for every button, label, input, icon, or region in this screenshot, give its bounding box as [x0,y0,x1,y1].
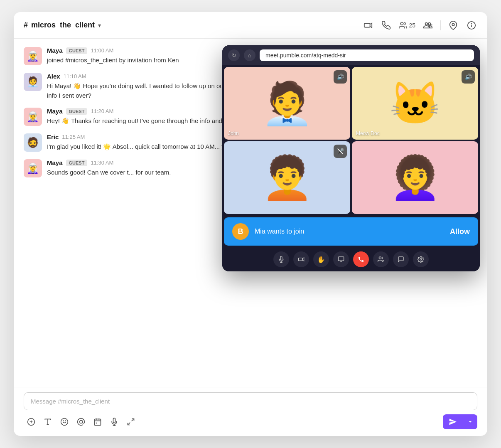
video-cell: 👩‍🦱 [352,141,478,214]
guest-badge: GUEST [66,108,88,115]
guest-badge: GUEST [66,47,88,54]
svg-point-2 [452,23,454,26]
svg-point-26 [379,257,381,259]
settings-button[interactable] [413,251,429,267]
calendar-button[interactable] [90,414,105,429]
sender-name: Eric [47,133,59,140]
add-button[interactable] [24,414,39,429]
end-call-button[interactable] [353,251,369,267]
add-member-button[interactable] [422,20,434,31]
svg-point-1 [401,22,404,25]
mute-button[interactable]: 🎤 [334,145,347,158]
home-button[interactable]: ⌂ [244,49,255,61]
toolbar [24,414,477,429]
svg-line-19 [132,419,134,421]
video-grid: 🧑‍💼 🔊 John 🐱 🔊 Meow Doc 🧑‍🦱 🎤 [222,65,480,216]
input-placeholder: Message #micros_the_client [31,398,110,405]
send-main[interactable] [443,414,463,429]
members-button[interactable]: 25 [399,21,415,30]
url-bar[interactable]: meet.pumble.com/atq-medd-sir [260,49,474,61]
join-avatar: B [232,223,249,240]
expand-button[interactable] [123,414,138,429]
input-area: Message #micros_the_client [14,387,487,436]
participants-button[interactable] [373,251,389,267]
camera-button[interactable] [293,251,309,267]
svg-line-20 [128,423,130,425]
refresh-button[interactable]: ↻ [228,49,240,61]
svg-rect-0 [364,23,370,27]
avatar: 🧝‍♀️ [24,159,42,177]
video-cell: 🧑‍💼 🔊 John [224,67,350,140]
channel-dropdown-button[interactable]: ▾ [98,22,101,29]
phone-button[interactable] [381,20,392,31]
svg-point-27 [420,258,422,260]
guest-badge: GUEST [66,160,88,166]
join-notification: B Mia wants to join Allow [224,217,478,246]
message-time: 11:00 AM [91,47,113,54]
send-button[interactable] [443,414,477,429]
send-dropdown-button[interactable] [463,416,477,428]
header-right: 25 [362,20,477,31]
channel-name: micros_the_client [31,21,95,30]
audio-message-button[interactable] [107,414,122,429]
info-button[interactable] [466,20,477,31]
avatar: 🧑‍💼 [24,73,42,91]
video-call-button[interactable] [362,20,374,31]
header-left: # micros_the_client ▾ [24,21,101,30]
participant-avatar: 🧑‍💼 [261,79,313,128]
video-cell: 🧑‍🦱 🎤 [224,141,350,214]
browser-bar: ↻ ⌂ meet.pumble.com/atq-medd-sir [222,45,480,65]
screen-share-button[interactable] [333,251,349,267]
header: # micros_the_client ▾ [14,12,487,39]
message-input[interactable]: Message #micros_the_client [24,392,477,410]
svg-point-12 [80,421,83,423]
avatar: 🧝‍♀️ [24,108,42,126]
emoji-button[interactable] [57,414,72,429]
join-text: Mia wants to join [255,228,444,235]
message-time: 11:30 AM [91,160,113,166]
mic-button[interactable] [273,251,289,267]
svg-rect-23 [338,257,344,261]
app-window: # micros_the_client ▾ [14,12,487,436]
pin-button[interactable] [447,20,459,31]
allow-button[interactable]: Allow [450,227,470,236]
video-overlay: ↻ ⌂ meet.pumble.com/atq-medd-sir 🧑‍💼 🔊 J… [222,45,480,271]
volume-button[interactable]: 🔊 [462,70,475,84]
avatar: 🧔 [24,133,42,152]
participant-name: John [228,130,239,136]
members-count-label: 25 [409,22,415,29]
participant-avatar: 🧑‍🦱 [261,153,313,202]
sender-name: Maya [47,108,63,115]
mention-button[interactable] [74,414,88,429]
message-time: 11:20 AM [91,108,113,114]
svg-rect-22 [298,258,302,261]
sender-name: Alex [47,73,60,80]
message-time: 11:10 AM [64,73,86,79]
video-cell: 🐱 🔊 Meow Doc [352,67,478,140]
message-time: 11:25 AM [62,134,85,140]
text-format-button[interactable] [40,414,55,429]
sender-name: Maya [47,159,63,166]
volume-button[interactable]: 🔊 [334,70,347,84]
sender-name: Maya [47,47,63,54]
header-divider [440,20,441,30]
participant-avatar: 🐱 [389,79,441,128]
raise-hand-button[interactable]: ✋ [313,251,329,267]
participant-avatar: 👩‍🦱 [389,153,441,202]
hash-icon: # [24,21,28,30]
avatar: 🧝‍♀️ [24,47,42,65]
svg-point-9 [61,418,68,426]
chat-button[interactable] [393,251,409,267]
svg-line-21 [338,149,343,154]
call-controls: ✋ [222,247,480,271]
svg-rect-13 [95,419,101,425]
participant-name: Meow Doc [356,130,380,136]
